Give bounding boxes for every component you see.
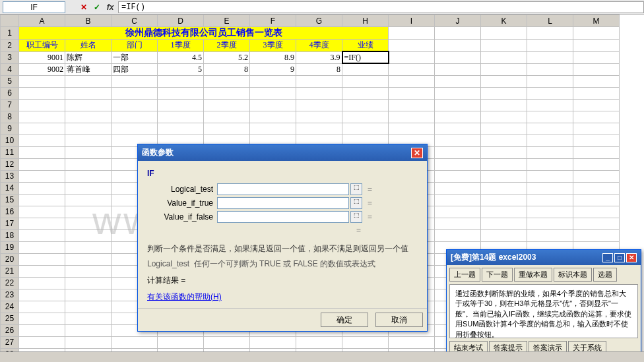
row-header-10[interactable]: 10 <box>1 135 19 146</box>
cell-B26[interactable] <box>65 324 112 336</box>
cell-K3[interactable] <box>481 51 527 63</box>
cell-L15[interactable] <box>527 194 573 206</box>
row-header-26[interactable]: 26 <box>1 324 19 336</box>
cell-A7[interactable] <box>19 99 65 111</box>
cell-L9[interactable] <box>527 123 573 135</box>
cell-F9[interactable] <box>250 123 296 135</box>
cell-M1[interactable] <box>573 27 620 40</box>
cell-E5[interactable] <box>204 75 250 87</box>
cell-B25[interactable] <box>65 313 112 324</box>
cell-A2[interactable]: 职工编号 <box>19 40 65 52</box>
cell-J4[interactable] <box>435 63 481 75</box>
horizontal-scrollbar[interactable] <box>0 351 644 362</box>
cell-A11[interactable] <box>19 146 65 158</box>
column-header-C[interactable]: C <box>112 15 158 27</box>
cell-A27[interactable] <box>19 336 65 348</box>
cell-A25[interactable] <box>19 313 65 324</box>
cell-B21[interactable] <box>65 265 112 277</box>
cell-L16[interactable] <box>527 206 573 218</box>
row-header-5[interactable]: 5 <box>1 75 19 87</box>
cell-B7[interactable] <box>65 99 112 111</box>
row-header-25[interactable]: 25 <box>1 313 19 324</box>
cell-K6[interactable] <box>481 87 527 99</box>
cell-C3[interactable]: 一部 <box>112 51 158 63</box>
close-icon[interactable]: ✕ <box>411 148 423 158</box>
cell-M18[interactable] <box>573 229 620 241</box>
cell-B4[interactable]: 蒋首峰 <box>65 63 112 75</box>
cell-A14[interactable] <box>19 182 65 194</box>
cell-D3[interactable]: 4.5 <box>158 51 204 63</box>
cell-F5[interactable] <box>250 75 296 87</box>
row-header-13[interactable]: 13 <box>1 170 19 182</box>
cell-A3[interactable]: 9001 <box>19 51 65 63</box>
cell-M14[interactable] <box>573 182 620 194</box>
collapse-icon[interactable]: ⬚ <box>350 197 362 209</box>
cell-A18[interactable] <box>19 229 65 241</box>
column-header-I[interactable]: I <box>389 15 435 27</box>
cell-C5[interactable] <box>112 75 158 87</box>
cell-L3[interactable] <box>527 51 573 63</box>
cell-H2[interactable]: 业绩 <box>342 40 389 52</box>
cell-H4[interactable] <box>342 63 389 75</box>
cell-J2[interactable] <box>435 40 481 52</box>
cancel-button[interactable]: 取消 <box>375 313 423 327</box>
cell-I2[interactable] <box>389 40 435 52</box>
row-header-7[interactable]: 7 <box>1 99 19 111</box>
cell-G8[interactable] <box>296 111 342 123</box>
arg-input-0[interactable] <box>217 183 349 195</box>
cell-L1[interactable] <box>527 27 573 40</box>
cell-E4[interactable]: 8 <box>204 63 250 75</box>
cell-L18[interactable] <box>527 229 573 241</box>
column-header-E[interactable]: E <box>204 15 250 27</box>
cell-I5[interactable] <box>389 75 435 87</box>
cell-M6[interactable] <box>573 87 620 99</box>
row-header-24[interactable]: 24 <box>1 301 19 313</box>
cell-L10[interactable] <box>527 135 573 146</box>
ok-button[interactable]: 确定 <box>321 313 368 327</box>
cell-B12[interactable] <box>65 158 112 170</box>
column-header-L[interactable]: L <box>527 15 573 27</box>
cell-B15[interactable] <box>65 194 112 206</box>
cell-F27[interactable] <box>250 336 296 348</box>
cell-K13[interactable] <box>481 170 527 182</box>
cell-J13[interactable] <box>435 170 481 182</box>
cell-K4[interactable] <box>481 63 527 75</box>
cell-J10[interactable] <box>435 135 481 146</box>
cell-H6[interactable] <box>342 87 389 99</box>
helper-btn-重做本题[interactable]: 重做本题 <box>514 268 552 282</box>
row-header-22[interactable]: 22 <box>1 277 19 289</box>
row-header-18[interactable]: 18 <box>1 229 19 241</box>
cell-I9[interactable] <box>389 123 435 135</box>
cell-G2[interactable]: 4季度 <box>296 40 342 52</box>
row-header-3[interactable]: 3 <box>1 51 19 63</box>
cell-M5[interactable] <box>573 75 620 87</box>
column-header-A[interactable]: A <box>19 15 65 27</box>
row-header-16[interactable]: 16 <box>1 206 19 218</box>
cell-L2[interactable] <box>527 40 573 52</box>
cell-D2[interactable]: 1季度 <box>158 40 204 52</box>
cell-K5[interactable] <box>481 75 527 87</box>
cell-B22[interactable] <box>65 277 112 289</box>
cell-L6[interactable] <box>527 87 573 99</box>
cell-L5[interactable] <box>527 75 573 87</box>
row-header-1[interactable]: 1 <box>1 27 19 40</box>
cell-D4[interactable]: 5 <box>158 63 204 75</box>
select-all-corner[interactable] <box>1 15 19 27</box>
cell-B24[interactable] <box>65 301 112 313</box>
cell-B18[interactable] <box>65 229 112 241</box>
row-header-14[interactable]: 14 <box>1 182 19 194</box>
column-header-K[interactable]: K <box>481 15 527 27</box>
cell-D9[interactable] <box>158 123 204 135</box>
cell-A6[interactable] <box>19 87 65 99</box>
cell-J15[interactable] <box>435 194 481 206</box>
cell-F6[interactable] <box>250 87 296 99</box>
cell-K11[interactable] <box>481 146 527 158</box>
cell-B5[interactable] <box>65 75 112 87</box>
cell-L17[interactable] <box>527 218 573 229</box>
cell-E27[interactable] <box>204 336 250 348</box>
row-header-15[interactable]: 15 <box>1 194 19 206</box>
cell-E8[interactable] <box>204 111 250 123</box>
collapse-icon[interactable]: ⬚ <box>350 211 362 223</box>
cell-H3[interactable]: =IF() <box>342 51 389 63</box>
cell-A13[interactable] <box>19 170 65 182</box>
